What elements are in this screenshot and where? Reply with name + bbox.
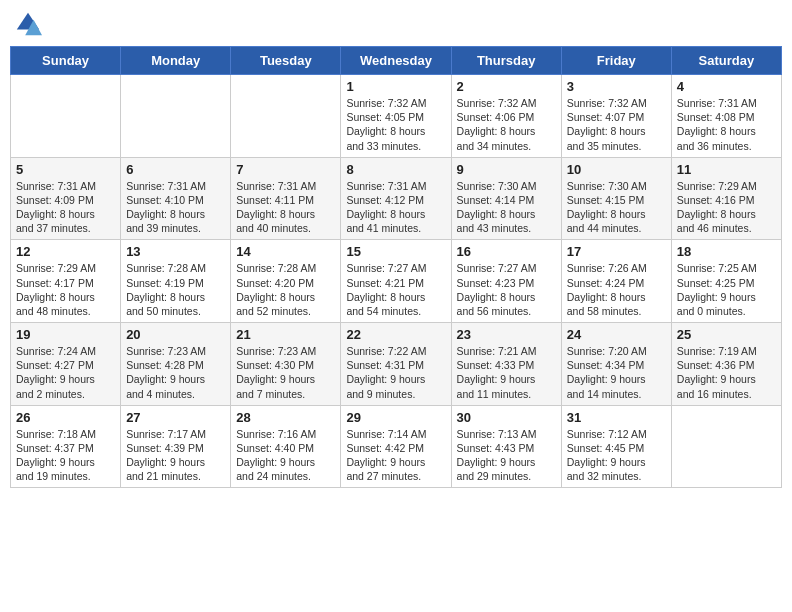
day-number: 12 [16,244,115,259]
calendar-day-cell: 29Sunrise: 7:14 AM Sunset: 4:42 PM Dayli… [341,405,451,488]
calendar-day-cell: 24Sunrise: 7:20 AM Sunset: 4:34 PM Dayli… [561,323,671,406]
day-number: 10 [567,162,666,177]
calendar-day-cell [121,75,231,158]
day-info: Sunrise: 7:31 AM Sunset: 4:09 PM Dayligh… [16,179,115,236]
day-number: 29 [346,410,445,425]
day-number: 11 [677,162,776,177]
calendar-day-cell: 5Sunrise: 7:31 AM Sunset: 4:09 PM Daylig… [11,157,121,240]
day-number: 4 [677,79,776,94]
calendar-day-cell: 28Sunrise: 7:16 AM Sunset: 4:40 PM Dayli… [231,405,341,488]
day-info: Sunrise: 7:24 AM Sunset: 4:27 PM Dayligh… [16,344,115,401]
calendar-day-cell: 2Sunrise: 7:32 AM Sunset: 4:06 PM Daylig… [451,75,561,158]
day-number: 9 [457,162,556,177]
page-header [10,10,782,38]
day-number: 19 [16,327,115,342]
day-info: Sunrise: 7:29 AM Sunset: 4:17 PM Dayligh… [16,261,115,318]
day-number: 30 [457,410,556,425]
calendar-day-cell: 17Sunrise: 7:26 AM Sunset: 4:24 PM Dayli… [561,240,671,323]
calendar-day-cell: 3Sunrise: 7:32 AM Sunset: 4:07 PM Daylig… [561,75,671,158]
calendar-day-cell: 12Sunrise: 7:29 AM Sunset: 4:17 PM Dayli… [11,240,121,323]
day-info: Sunrise: 7:32 AM Sunset: 4:05 PM Dayligh… [346,96,445,153]
logo [14,10,44,38]
calendar-day-cell: 15Sunrise: 7:27 AM Sunset: 4:21 PM Dayli… [341,240,451,323]
day-info: Sunrise: 7:32 AM Sunset: 4:07 PM Dayligh… [567,96,666,153]
calendar-table: SundayMondayTuesdayWednesdayThursdayFrid… [10,46,782,488]
day-info: Sunrise: 7:31 AM Sunset: 4:11 PM Dayligh… [236,179,335,236]
day-number: 22 [346,327,445,342]
day-info: Sunrise: 7:29 AM Sunset: 4:16 PM Dayligh… [677,179,776,236]
calendar-day-cell: 10Sunrise: 7:30 AM Sunset: 4:15 PM Dayli… [561,157,671,240]
day-info: Sunrise: 7:14 AM Sunset: 4:42 PM Dayligh… [346,427,445,484]
day-number: 31 [567,410,666,425]
day-number: 6 [126,162,225,177]
day-info: Sunrise: 7:16 AM Sunset: 4:40 PM Dayligh… [236,427,335,484]
calendar-day-cell: 4Sunrise: 7:31 AM Sunset: 4:08 PM Daylig… [671,75,781,158]
weekday-header: Tuesday [231,47,341,75]
calendar-day-cell: 18Sunrise: 7:25 AM Sunset: 4:25 PM Dayli… [671,240,781,323]
weekday-header: Saturday [671,47,781,75]
day-info: Sunrise: 7:26 AM Sunset: 4:24 PM Dayligh… [567,261,666,318]
calendar-day-cell: 9Sunrise: 7:30 AM Sunset: 4:14 PM Daylig… [451,157,561,240]
day-number: 5 [16,162,115,177]
day-number: 27 [126,410,225,425]
calendar-day-cell: 31Sunrise: 7:12 AM Sunset: 4:45 PM Dayli… [561,405,671,488]
day-number: 14 [236,244,335,259]
day-info: Sunrise: 7:30 AM Sunset: 4:15 PM Dayligh… [567,179,666,236]
calendar-day-cell: 21Sunrise: 7:23 AM Sunset: 4:30 PM Dayli… [231,323,341,406]
calendar-day-cell: 13Sunrise: 7:28 AM Sunset: 4:19 PM Dayli… [121,240,231,323]
day-number: 28 [236,410,335,425]
calendar-day-cell: 20Sunrise: 7:23 AM Sunset: 4:28 PM Dayli… [121,323,231,406]
calendar-day-cell [11,75,121,158]
logo-icon [14,10,42,38]
day-info: Sunrise: 7:23 AM Sunset: 4:30 PM Dayligh… [236,344,335,401]
calendar-header-row: SundayMondayTuesdayWednesdayThursdayFrid… [11,47,782,75]
calendar-day-cell: 19Sunrise: 7:24 AM Sunset: 4:27 PM Dayli… [11,323,121,406]
day-info: Sunrise: 7:23 AM Sunset: 4:28 PM Dayligh… [126,344,225,401]
day-info: Sunrise: 7:32 AM Sunset: 4:06 PM Dayligh… [457,96,556,153]
calendar-week-row: 12Sunrise: 7:29 AM Sunset: 4:17 PM Dayli… [11,240,782,323]
weekday-header: Wednesday [341,47,451,75]
calendar-day-cell: 11Sunrise: 7:29 AM Sunset: 4:16 PM Dayli… [671,157,781,240]
weekday-header: Friday [561,47,671,75]
weekday-header: Thursday [451,47,561,75]
calendar-day-cell: 14Sunrise: 7:28 AM Sunset: 4:20 PM Dayli… [231,240,341,323]
day-info: Sunrise: 7:31 AM Sunset: 4:10 PM Dayligh… [126,179,225,236]
calendar-week-row: 26Sunrise: 7:18 AM Sunset: 4:37 PM Dayli… [11,405,782,488]
day-number: 1 [346,79,445,94]
calendar-day-cell: 16Sunrise: 7:27 AM Sunset: 4:23 PM Dayli… [451,240,561,323]
day-number: 7 [236,162,335,177]
day-info: Sunrise: 7:19 AM Sunset: 4:36 PM Dayligh… [677,344,776,401]
day-number: 18 [677,244,776,259]
weekday-header: Monday [121,47,231,75]
day-info: Sunrise: 7:17 AM Sunset: 4:39 PM Dayligh… [126,427,225,484]
day-info: Sunrise: 7:27 AM Sunset: 4:23 PM Dayligh… [457,261,556,318]
day-number: 24 [567,327,666,342]
day-info: Sunrise: 7:20 AM Sunset: 4:34 PM Dayligh… [567,344,666,401]
day-number: 2 [457,79,556,94]
calendar-day-cell: 6Sunrise: 7:31 AM Sunset: 4:10 PM Daylig… [121,157,231,240]
calendar-day-cell: 1Sunrise: 7:32 AM Sunset: 4:05 PM Daylig… [341,75,451,158]
calendar-day-cell: 7Sunrise: 7:31 AM Sunset: 4:11 PM Daylig… [231,157,341,240]
day-number: 23 [457,327,556,342]
calendar-day-cell: 26Sunrise: 7:18 AM Sunset: 4:37 PM Dayli… [11,405,121,488]
day-number: 17 [567,244,666,259]
day-number: 20 [126,327,225,342]
calendar-week-row: 5Sunrise: 7:31 AM Sunset: 4:09 PM Daylig… [11,157,782,240]
day-number: 26 [16,410,115,425]
day-number: 8 [346,162,445,177]
day-info: Sunrise: 7:18 AM Sunset: 4:37 PM Dayligh… [16,427,115,484]
day-info: Sunrise: 7:31 AM Sunset: 4:08 PM Dayligh… [677,96,776,153]
day-info: Sunrise: 7:31 AM Sunset: 4:12 PM Dayligh… [346,179,445,236]
day-number: 15 [346,244,445,259]
day-info: Sunrise: 7:28 AM Sunset: 4:19 PM Dayligh… [126,261,225,318]
day-number: 16 [457,244,556,259]
day-number: 13 [126,244,225,259]
day-info: Sunrise: 7:28 AM Sunset: 4:20 PM Dayligh… [236,261,335,318]
calendar-day-cell: 22Sunrise: 7:22 AM Sunset: 4:31 PM Dayli… [341,323,451,406]
calendar-day-cell: 30Sunrise: 7:13 AM Sunset: 4:43 PM Dayli… [451,405,561,488]
calendar-week-row: 1Sunrise: 7:32 AM Sunset: 4:05 PM Daylig… [11,75,782,158]
day-info: Sunrise: 7:25 AM Sunset: 4:25 PM Dayligh… [677,261,776,318]
calendar-day-cell: 25Sunrise: 7:19 AM Sunset: 4:36 PM Dayli… [671,323,781,406]
day-info: Sunrise: 7:22 AM Sunset: 4:31 PM Dayligh… [346,344,445,401]
calendar-day-cell: 8Sunrise: 7:31 AM Sunset: 4:12 PM Daylig… [341,157,451,240]
